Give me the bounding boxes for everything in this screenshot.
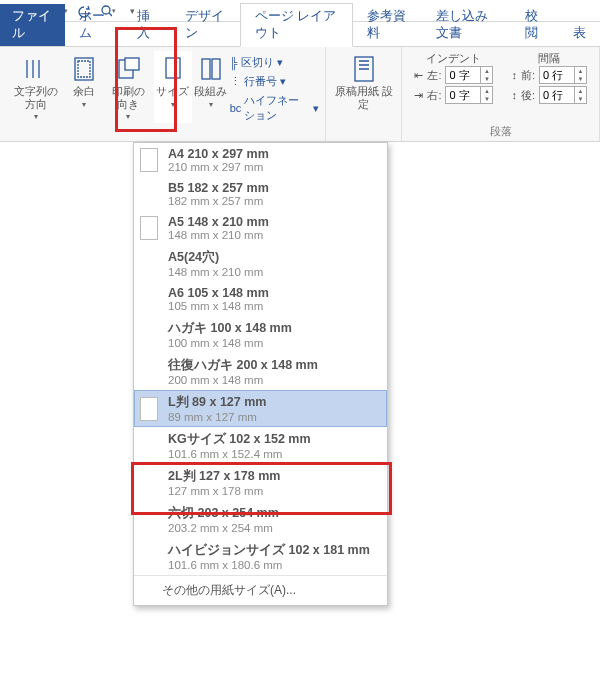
- text-direction-icon: [22, 55, 50, 83]
- line-numbers-button[interactable]: ⋮ 行番号 ▾: [230, 74, 286, 89]
- size-option-title: 往復ハガキ 200 x 148 mm: [168, 357, 318, 374]
- svg-rect-9: [202, 59, 210, 79]
- tab-insert[interactable]: 挿入: [123, 4, 171, 46]
- size-option-title: KGサイズ 102 x 152 mm: [168, 431, 311, 448]
- spacing-heading: 間隔: [511, 51, 587, 66]
- size-option-title: 2L判 127 x 178 mm: [168, 468, 280, 485]
- tab-mailings[interactable]: 差し込み文書: [422, 4, 511, 46]
- tab-home[interactable]: ホーム: [65, 4, 123, 46]
- size-option[interactable]: L判 89 x 127 mm89 mm x 127 mm: [134, 390, 387, 427]
- indent-heading: インデント: [414, 51, 493, 66]
- tab-view[interactable]: 表: [559, 21, 600, 46]
- indent-right-icon: ⇥: [414, 89, 423, 102]
- columns-button[interactable]: 段組み▾: [192, 51, 230, 123]
- tab-design[interactable]: デザイン: [171, 4, 240, 46]
- size-option-title: B5 182 x 257 mm: [168, 181, 269, 195]
- ribbon-tabs: ファイル ホーム 挿入 デザイン ページ レイアウト 参考資料 差し込み文書 校…: [0, 22, 600, 47]
- size-option-dims: 200 mm x 148 mm: [168, 374, 318, 386]
- svg-rect-10: [212, 59, 220, 79]
- indent-left-label: 左:: [427, 68, 441, 83]
- size-icon: [159, 55, 187, 83]
- page-thumb-icon: [140, 182, 158, 206]
- group-page-setup-left: 文字列の 方向▾ 余白▾ 印刷の 向き▾ サイズ▾ 段組み▾ ╠ 区切り ▾ ⋮…: [0, 47, 326, 141]
- text-direction-button[interactable]: 文字列の 方向▾: [6, 51, 65, 123]
- space-before-label: 前:: [521, 68, 535, 83]
- paragraph-group-label: 段落: [490, 125, 512, 139]
- size-option[interactable]: ハガキ 100 x 148 mm100 mm x 148 mm: [134, 316, 387, 353]
- tab-file[interactable]: ファイル: [0, 4, 65, 46]
- columns-icon: [197, 55, 225, 83]
- size-option-title: ハイビジョンサイズ 102 x 181 mm: [168, 542, 370, 559]
- page-thumb-icon: [140, 434, 158, 458]
- space-after-label: 後:: [521, 88, 535, 103]
- svg-rect-7: [125, 58, 139, 70]
- size-option-title: 六切 203 x 254 mm: [168, 505, 279, 522]
- size-option-dims: 127 mm x 178 mm: [168, 485, 280, 497]
- page-thumb-icon: [140, 252, 158, 276]
- space-after-input[interactable]: ▲▼: [539, 86, 587, 104]
- page-thumb-icon: [140, 148, 158, 172]
- size-option-title: A4 210 x 297 mm: [168, 147, 269, 161]
- size-option[interactable]: 往復ハガキ 200 x 148 mm200 mm x 148 mm: [134, 353, 387, 390]
- size-option-title: A5 148 x 210 mm: [168, 215, 269, 229]
- size-option-dims: 210 mm x 297 mm: [168, 161, 269, 173]
- space-before-icon: ↕: [511, 69, 517, 81]
- size-option[interactable]: 2L判 127 x 178 mm127 mm x 178 mm: [134, 464, 387, 501]
- size-option[interactable]: KGサイズ 102 x 152 mm101.6 mm x 152.4 mm: [134, 427, 387, 464]
- indent-right-input[interactable]: ▲▼: [445, 86, 493, 104]
- svg-rect-5: [78, 61, 90, 77]
- orientation-button[interactable]: 印刷の 向き▾: [103, 51, 153, 123]
- page-thumb-icon: [140, 545, 158, 569]
- more-paper-sizes[interactable]: その他の用紙サイズ(A)...: [134, 575, 387, 605]
- size-option[interactable]: A4 210 x 297 mm210 mm x 297 mm: [134, 143, 387, 177]
- page-thumb-icon: [140, 323, 158, 347]
- size-option-title: A6 105 x 148 mm: [168, 286, 269, 300]
- page-thumb-icon: [140, 287, 158, 311]
- page-thumb-icon: [140, 397, 158, 421]
- size-option-title: A5(24穴): [168, 249, 263, 266]
- size-option-dims: 89 mm x 127 mm: [168, 411, 266, 423]
- page-thumb-icon: [140, 216, 158, 240]
- space-after-icon: ↕: [511, 89, 517, 101]
- margins-icon: [70, 55, 98, 83]
- size-option-dims: 105 mm x 148 mm: [168, 300, 269, 312]
- page-thumb-icon: [140, 471, 158, 495]
- size-option-title: L判 89 x 127 mm: [168, 394, 266, 411]
- group-manuscript: 原稿用紙 設定: [326, 47, 402, 141]
- size-option-dims: 182 mm x 257 mm: [168, 195, 269, 207]
- tab-review[interactable]: 校閲: [511, 4, 559, 46]
- tab-references[interactable]: 参考資料: [353, 4, 422, 46]
- size-dropdown-menu: A4 210 x 297 mm210 mm x 297 mmB5 182 x 2…: [133, 142, 388, 606]
- size-option[interactable]: A5 148 x 210 mm148 mm x 210 mm: [134, 211, 387, 245]
- page-thumb-icon: [140, 360, 158, 384]
- size-option-dims: 101.6 mm x 180.6 mm: [168, 559, 370, 571]
- manuscript-icon: [350, 55, 378, 83]
- group-paragraph: インデント ⇤ 左: ▲▼ ⇥ 右: ▲▼ 間隔 ↕ 前: ▲▼ ↕ 後:: [402, 47, 600, 141]
- margins-button[interactable]: 余白▾: [65, 51, 103, 123]
- ribbon: 文字列の 方向▾ 余白▾ 印刷の 向き▾ サイズ▾ 段組み▾ ╠ 区切り ▾ ⋮…: [0, 47, 600, 142]
- size-option-dims: 100 mm x 148 mm: [168, 337, 292, 349]
- size-option[interactable]: ハイビジョンサイズ 102 x 181 mm101.6 mm x 180.6 m…: [134, 538, 387, 575]
- size-option[interactable]: A5(24穴)148 mm x 210 mm: [134, 245, 387, 282]
- orientation-icon: [114, 55, 142, 83]
- size-option-dims: 101.6 mm x 152.4 mm: [168, 448, 311, 460]
- size-option-title: ハガキ 100 x 148 mm: [168, 320, 292, 337]
- size-menu-list: A4 210 x 297 mm210 mm x 297 mmB5 182 x 2…: [134, 143, 387, 575]
- size-option-dims: 203.2 mm x 254 mm: [168, 522, 279, 534]
- page-thumb-icon: [140, 508, 158, 532]
- indent-right-label: 右:: [427, 88, 441, 103]
- breaks-button[interactable]: ╠ 区切り ▾: [230, 55, 283, 70]
- size-button[interactable]: サイズ▾: [154, 51, 192, 123]
- indent-left-icon: ⇤: [414, 69, 423, 82]
- manuscript-button[interactable]: 原稿用紙 設定: [332, 51, 395, 110]
- space-before-input[interactable]: ▲▼: [539, 66, 587, 84]
- indent-left-input[interactable]: ▲▼: [445, 66, 493, 84]
- svg-rect-8: [166, 58, 180, 78]
- size-option[interactable]: 六切 203 x 254 mm203.2 mm x 254 mm: [134, 501, 387, 538]
- hyphenation-button[interactable]: bc ハイフネーション ▾: [230, 93, 319, 123]
- size-option[interactable]: A6 105 x 148 mm105 mm x 148 mm: [134, 282, 387, 316]
- size-option[interactable]: B5 182 x 257 mm182 mm x 257 mm: [134, 177, 387, 211]
- size-option-dims: 148 mm x 210 mm: [168, 229, 269, 241]
- tab-page-layout[interactable]: ページ レイアウト: [240, 3, 354, 47]
- size-option-dims: 148 mm x 210 mm: [168, 266, 263, 278]
